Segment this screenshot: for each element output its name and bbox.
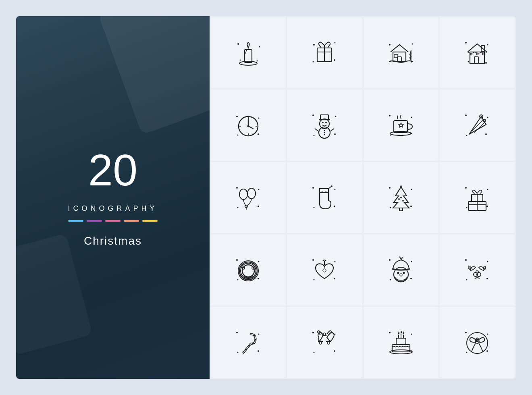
icon-cell-balloons[interactable] (211, 162, 286, 233)
svg-point-46 (334, 133, 336, 135)
icon-cell-gift-stack[interactable] (440, 162, 515, 233)
svg-point-125 (389, 259, 391, 261)
icon-cell-wreath[interactable] (211, 234, 286, 305)
color-bars (68, 220, 158, 222)
svg-point-67 (466, 135, 467, 136)
svg-point-33 (237, 134, 239, 135)
winter-house-icon-wrapper (383, 35, 419, 71)
icon-cell-christmas-cake[interactable] (364, 307, 438, 378)
svg-point-96 (398, 198, 400, 200)
clock-icon-wrapper (230, 107, 266, 143)
christmas-cake-icon (385, 326, 417, 358)
mistletoe-icon-wrapper (459, 252, 495, 288)
left-panel: 20 ICONOGRAPHY Christmas (16, 16, 210, 379)
svg-point-127 (390, 279, 391, 281)
svg-point-100 (487, 189, 488, 190)
svg-point-124 (323, 269, 326, 272)
svg-point-154 (389, 332, 391, 333)
svg-point-90 (389, 187, 391, 189)
svg-point-151 (319, 342, 322, 344)
svg-point-3 (240, 60, 241, 61)
gift-icon-wrapper (306, 35, 343, 71)
candy-cane-icon (232, 326, 264, 358)
winter-house-icon (385, 37, 417, 69)
svg-point-86 (334, 206, 335, 207)
svg-point-5 (239, 61, 257, 65)
svg-point-34 (258, 133, 259, 135)
svg-point-31 (236, 116, 238, 117)
svg-line-57 (330, 129, 334, 131)
svg-point-89 (331, 185, 332, 187)
svg-point-76 (258, 189, 260, 190)
svg-point-83 (312, 187, 314, 189)
svg-point-134 (487, 261, 488, 262)
svg-point-80 (247, 188, 256, 199)
svg-point-64 (390, 131, 411, 135)
clock-icon (232, 109, 264, 141)
icon-cell-snowman[interactable] (287, 89, 362, 160)
icon-cell-candle[interactable] (211, 17, 286, 88)
icon-cell-clock[interactable] (211, 89, 286, 160)
svg-point-148 (334, 350, 335, 352)
heart-ornament-icon (308, 254, 341, 286)
bow-ornament-icon (461, 326, 493, 358)
icon-cell-bow-ornament[interactable] (440, 307, 515, 378)
color-bar-orange (124, 220, 139, 222)
snowman-icon (308, 109, 341, 141)
icon-cell-christmas-tree[interactable] (364, 162, 438, 233)
svg-point-22 (487, 44, 488, 46)
icon-cell-santa-face[interactable] (364, 234, 438, 305)
iconography-label: ICONOGRAPHY (68, 204, 158, 213)
svg-point-9 (334, 59, 335, 61)
svg-point-1 (259, 46, 260, 48)
svg-point-84 (335, 189, 336, 190)
svg-point-99 (465, 187, 467, 189)
icon-cell-heart-ornament[interactable] (287, 234, 362, 305)
icon-cell-stocking[interactable] (287, 162, 362, 233)
svg-point-78 (258, 206, 259, 207)
svg-point-97 (402, 200, 404, 202)
svg-point-153 (327, 342, 330, 344)
icon-count: 20 (68, 148, 158, 192)
svg-point-166 (466, 351, 467, 353)
wreath-icon (232, 254, 264, 286)
svg-point-93 (410, 206, 412, 207)
candle-icon (232, 37, 264, 69)
svg-point-54 (324, 132, 325, 133)
svg-point-44 (335, 116, 337, 117)
svg-point-51 (325, 122, 327, 123)
icon-cell-decorated-house[interactable] (440, 17, 515, 88)
svg-point-6 (313, 44, 315, 46)
svg-point-129 (394, 267, 408, 282)
stocking-icon (308, 181, 341, 214)
svg-marker-94 (400, 185, 401, 187)
icon-cell-star-mug[interactable] (364, 89, 438, 160)
icon-cell-gift[interactable] (287, 17, 362, 88)
icon-cell-winter-house[interactable] (364, 17, 438, 88)
svg-point-8 (313, 61, 314, 62)
svg-point-43 (312, 114, 314, 116)
svg-rect-4 (245, 50, 252, 62)
balloons-icon-wrapper (230, 179, 266, 216)
svg-point-98 (400, 197, 402, 198)
icon-cell-candy-cane[interactable] (211, 307, 286, 378)
svg-point-122 (334, 278, 335, 279)
icon-cell-mistletoe[interactable] (440, 234, 515, 305)
svg-point-108 (236, 259, 238, 261)
icon-grid (210, 16, 516, 379)
svg-point-14 (411, 44, 413, 45)
bells-icon (308, 326, 341, 358)
svg-point-128 (410, 278, 412, 279)
christmas-cake-icon-wrapper (383, 324, 419, 360)
svg-point-85 (314, 207, 315, 208)
svg-point-23 (468, 61, 469, 62)
star-mug-icon-wrapper (383, 107, 419, 143)
svg-point-32 (258, 117, 260, 118)
svg-point-24 (485, 62, 487, 64)
icon-cell-party-hat[interactable] (440, 89, 515, 160)
icon-cell-bells[interactable] (287, 307, 362, 378)
svg-point-115 (242, 265, 254, 277)
svg-point-53 (324, 130, 325, 131)
svg-rect-158 (396, 338, 406, 345)
svg-point-121 (314, 279, 315, 281)
